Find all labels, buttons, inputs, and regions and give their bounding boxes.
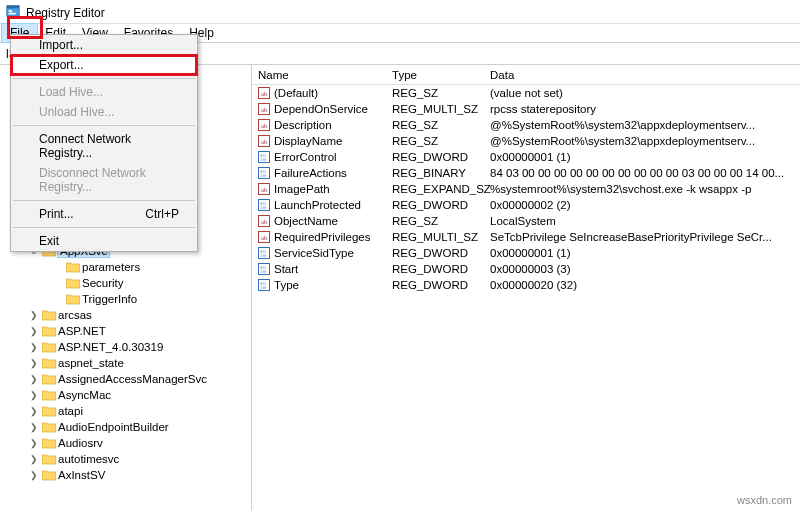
twisty-icon[interactable]: ❯ <box>28 374 40 384</box>
col-data-header[interactable]: Data <box>490 69 800 81</box>
tree-item-aspnet-state[interactable]: ❯aspnet_state <box>0 355 251 371</box>
value-row[interactable]: abDisplayNameREG_SZ@%SystemRoot%\system3… <box>252 133 800 149</box>
value-name: Type <box>274 279 392 291</box>
twisty-icon[interactable]: ❯ <box>28 470 40 480</box>
binary-value-icon: 011110 <box>257 150 271 164</box>
value-type: REG_SZ <box>392 215 490 227</box>
value-type: REG_DWORD <box>392 263 490 275</box>
value-data: 84 03 00 00 00 00 00 00 00 00 00 00 03 0… <box>490 167 800 179</box>
menu-item-label: Connect Network Registry... <box>39 132 179 160</box>
twisty-icon[interactable]: ❯ <box>28 406 40 416</box>
value-row[interactable]: abDependOnServiceREG_MULTI_SZrpcss state… <box>252 101 800 117</box>
value-type: REG_DWORD <box>392 247 490 259</box>
string-value-icon: ab <box>257 102 271 116</box>
twisty-icon[interactable]: ❯ <box>28 422 40 432</box>
value-name: Description <box>274 119 392 131</box>
value-row[interactable]: abDescriptionREG_SZ@%SystemRoot%\system3… <box>252 117 800 133</box>
value-data: @%SystemRoot%\system32\appxdeploymentser… <box>490 135 800 147</box>
file-dropdown: Import...Export...Load Hive...Unload Hiv… <box>10 34 198 252</box>
list-body[interactable]: ab(Default)REG_SZ(value not set)abDepend… <box>252 85 800 510</box>
tree-item-label: parameters <box>82 261 140 273</box>
svg-text:ab: ab <box>261 218 268 226</box>
folder-icon <box>42 309 56 321</box>
value-data: (value not set) <box>490 87 800 99</box>
folder-icon <box>42 357 56 369</box>
string-value-icon: ab <box>257 182 271 196</box>
value-row[interactable]: 011110FailureActionsREG_BINARY84 03 00 0… <box>252 165 800 181</box>
menu-item-disconnect-network-registry: Disconnect Network Registry... <box>11 163 197 197</box>
regedit-icon <box>6 4 20 21</box>
menu-item-label: Load Hive... <box>39 85 103 99</box>
menu-item-connect-network-registry[interactable]: Connect Network Registry... <box>11 129 197 163</box>
menu-item-exit[interactable]: Exit <box>11 231 197 251</box>
value-data: rpcss staterepository <box>490 103 800 115</box>
svg-rect-1 <box>7 6 19 9</box>
tree-item-atapi[interactable]: ❯atapi <box>0 403 251 419</box>
value-row[interactable]: abRequiredPrivilegesREG_MULTI_SZSeTcbPri… <box>252 229 800 245</box>
tree-item-assignedaccessmanagersvc[interactable]: ❯AssignedAccessManagerSvc <box>0 371 251 387</box>
value-row[interactable]: 011110StartREG_DWORD0x00000003 (3) <box>252 261 800 277</box>
folder-icon <box>42 453 56 465</box>
twisty-icon[interactable]: ❯ <box>28 310 40 320</box>
value-name: ObjectName <box>274 215 392 227</box>
tree-item-audioendpointbuilder[interactable]: ❯AudioEndpointBuilder <box>0 419 251 435</box>
string-value-icon: ab <box>257 230 271 244</box>
tree-item-asp-net-4-0-30319[interactable]: ❯ASP.NET_4.0.30319 <box>0 339 251 355</box>
value-row[interactable]: 011110ServiceSidTypeREG_DWORD0x00000001 … <box>252 245 800 261</box>
twisty-icon[interactable]: ❯ <box>28 390 40 400</box>
menu-separator <box>13 78 195 79</box>
value-row[interactable]: 011110LaunchProtectedREG_DWORD0x00000002… <box>252 197 800 213</box>
svg-text:110: 110 <box>260 173 266 178</box>
menu-item-label: Unload Hive... <box>39 105 114 119</box>
tree-item-parameters[interactable]: parameters <box>0 259 251 275</box>
twisty-icon[interactable]: ❯ <box>28 358 40 368</box>
value-name: FailureActions <box>274 167 392 179</box>
tree-item-asyncmac[interactable]: ❯AsyncMac <box>0 387 251 403</box>
tree-item-asp-net[interactable]: ❯ASP.NET <box>0 323 251 339</box>
value-data: SeTcbPrivilege SeIncreaseBasePriorityPri… <box>490 231 800 243</box>
tree-item-audiosrv[interactable]: ❯Audiosrv <box>0 435 251 451</box>
tree-item-autotimesvc[interactable]: ❯autotimesvc <box>0 451 251 467</box>
folder-icon <box>42 325 56 337</box>
tree-item-label: AudioEndpointBuilder <box>58 421 169 433</box>
value-row[interactable]: 011110TypeREG_DWORD0x00000020 (32) <box>252 277 800 293</box>
window-title: Registry Editor <box>26 6 105 20</box>
svg-text:ab: ab <box>261 122 268 130</box>
folder-icon <box>42 389 56 401</box>
value-type: REG_DWORD <box>392 279 490 291</box>
value-row[interactable]: abObjectNameREG_SZLocalSystem <box>252 213 800 229</box>
value-data: @%SystemRoot%\system32\appxdeploymentser… <box>490 119 800 131</box>
menu-item-export[interactable]: Export... <box>11 55 197 75</box>
menu-item-import[interactable]: Import... <box>11 35 197 55</box>
folder-icon <box>42 373 56 385</box>
col-type-header[interactable]: Type <box>392 69 490 81</box>
tree-item-arcsas[interactable]: ❯arcsas <box>0 307 251 323</box>
twisty-icon[interactable]: ❯ <box>28 326 40 336</box>
svg-text:110: 110 <box>260 205 266 210</box>
value-type: REG_SZ <box>392 135 490 147</box>
value-data: 0x00000001 (1) <box>490 151 800 163</box>
twisty-icon[interactable]: ❯ <box>28 438 40 448</box>
col-name-header[interactable]: Name <box>252 69 392 81</box>
value-row[interactable]: abImagePathREG_EXPAND_SZ%systemroot%\sys… <box>252 181 800 197</box>
tree-item-triggerinfo[interactable]: TriggerInfo <box>0 291 251 307</box>
value-type: REG_BINARY <box>392 167 490 179</box>
tree-item-security[interactable]: Security <box>0 275 251 291</box>
tree-item-axinstsv[interactable]: ❯AxInstSV <box>0 467 251 483</box>
menu-item-label: Print... <box>39 207 74 221</box>
twisty-icon[interactable]: ❯ <box>28 342 40 352</box>
binary-value-icon: 011110 <box>257 278 271 292</box>
folder-icon <box>42 405 56 417</box>
menu-item-print[interactable]: Print...Ctrl+P <box>11 204 197 224</box>
value-row[interactable]: ab(Default)REG_SZ(value not set) <box>252 85 800 101</box>
svg-text:ab: ab <box>261 106 268 114</box>
value-row[interactable]: 011110ErrorControlREG_DWORD0x00000001 (1… <box>252 149 800 165</box>
string-value-icon: ab <box>257 86 271 100</box>
binary-value-icon: 011110 <box>257 166 271 180</box>
twisty-icon[interactable]: ❯ <box>28 454 40 464</box>
string-value-icon: ab <box>257 134 271 148</box>
tree-item-label: AsyncMac <box>58 389 111 401</box>
tree-item-label: arcsas <box>58 309 92 321</box>
title-bar: Registry Editor <box>0 0 800 24</box>
value-name: (Default) <box>274 87 392 99</box>
